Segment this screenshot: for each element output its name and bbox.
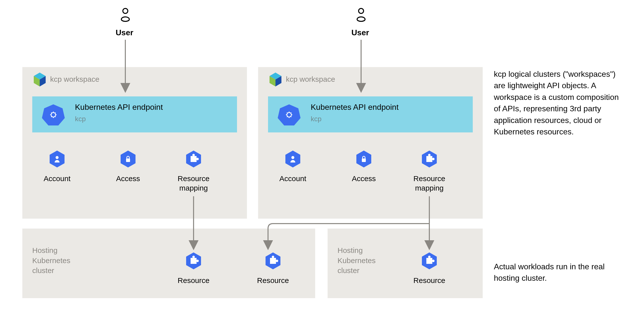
kcp-workspace-label-right: kcp workspace [286, 75, 335, 84]
hosting-cluster-label-left: Hosting Kubernetes cluster [32, 245, 70, 276]
workspace-panel-right [258, 67, 483, 219]
hosting-cluster-label-right: Hosting Kubernetes cluster [338, 245, 376, 276]
access-label-left: Access [103, 174, 153, 183]
api-endpoint-subtitle-right: kcp [311, 115, 322, 123]
resource-label-bottom-1: Resource [169, 276, 218, 285]
resource-label-bottom-3: Resource [404, 276, 454, 285]
account-label-right: Account [268, 174, 318, 183]
access-label-right: Access [339, 174, 389, 183]
account-label-left: Account [32, 174, 82, 183]
api-endpoint-box-right [268, 96, 473, 132]
api-endpoint-subtitle-left: kcp [75, 115, 86, 123]
api-endpoint-box-left [32, 96, 237, 132]
resource-mapping-label-right: Resource mapping [404, 174, 454, 193]
api-endpoint-title-right: Kubernetes API endpoint [311, 103, 398, 112]
user-label-left: User [116, 28, 133, 37]
resource-mapping-label-left: Resource mapping [169, 174, 218, 193]
workspace-panel-left [22, 67, 247, 219]
resource-label-bottom-2: Resource [248, 276, 298, 285]
kcp-workspace-label-left: kcp workspace [50, 75, 99, 84]
user-icon-left [121, 9, 129, 21]
user-icon-right [357, 9, 365, 21]
api-endpoint-title-left: Kubernetes API endpoint [75, 103, 163, 112]
user-label-right: User [352, 28, 369, 37]
annotation-lower: Actual workloads run in the real hosting… [494, 261, 626, 284]
annotation-upper: kcp logical clusters ("workspaces") are … [494, 68, 626, 137]
